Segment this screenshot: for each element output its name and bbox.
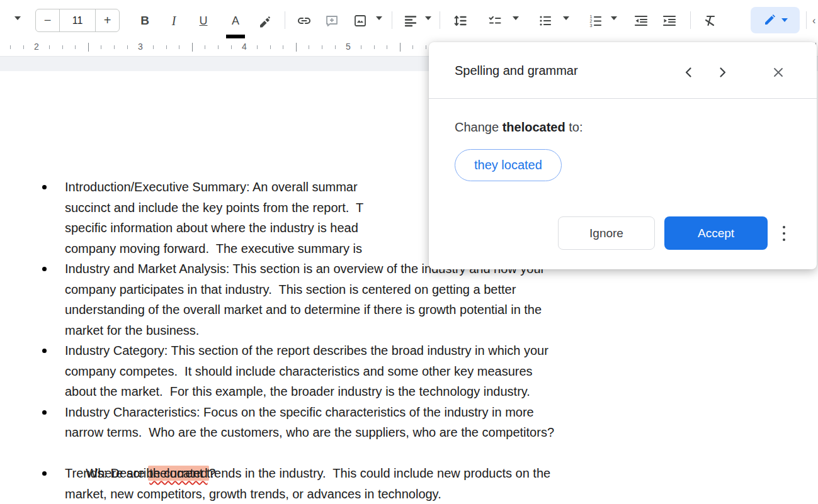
align-caret-icon[interactable] [425,16,431,20]
line-spacing-icon [453,13,468,28]
close-icon [771,65,785,79]
bulleted-list-button[interactable] [533,8,558,33]
change-prefix: Change [455,120,503,134]
checklist-button[interactable] [482,8,508,33]
image-icon [353,13,368,28]
link-icon [297,13,312,28]
add-comment-button[interactable] [319,8,344,33]
editing-mode-button[interactable] [751,7,800,33]
ignore-button[interactable]: Ignore [558,216,655,250]
collapse-toolbar-icon[interactable]: ‹ [812,15,815,26]
more-actions-button[interactable] [776,221,792,246]
checklist-icon [487,13,503,28]
bold-button[interactable]: B [132,8,157,33]
bulleted-list-icon [538,13,553,28]
dialog-title: Spelling and grammar [455,64,578,78]
doc-line: understanding of the overall market and … [65,300,695,320]
comment-plus-icon [324,13,339,28]
ruler-number: 2 [31,42,42,52]
toolbar-divider [806,11,807,29]
font-size-input[interactable]: 11 [59,9,96,31]
doc-line: market for the business. [65,320,695,341]
decrease-indent-button[interactable] [628,8,654,33]
italic-button[interactable]: I [161,8,186,33]
kebab-dot [783,238,785,241]
previous-suggestion-button[interactable] [679,63,698,82]
svg-text:3: 3 [590,23,593,28]
accept-button[interactable]: Accept [664,216,768,250]
more-options-caret-icon[interactable] [14,16,21,20]
toolbar-divider [392,11,392,29]
font-size-control: − 11 + [35,9,120,32]
close-dialog-button[interactable] [769,63,788,82]
underline-button[interactable]: U [191,8,216,33]
increase-indent-button[interactable] [657,8,682,33]
dialog-header: Spelling and grammar [429,42,817,99]
outdent-icon [633,13,649,28]
clear-formatting-icon [703,13,718,28]
app-window: − 11 + B I U A [0,0,818,504]
text-color-button[interactable]: A [223,8,248,33]
svg-text:1: 1 [590,14,593,19]
next-suggestion-button[interactable] [713,63,732,82]
numbered-list-caret-icon[interactable] [611,16,617,20]
clear-formatting-button[interactable] [698,8,723,33]
ruler-number: 3 [135,42,145,52]
highlighter-icon [258,14,271,28]
insert-image-caret-icon[interactable] [376,16,382,20]
ruler-number: 4 [239,42,249,52]
pencil-icon [763,13,776,27]
increase-font-size-button[interactable]: + [96,9,119,31]
highlight-color-button[interactable] [252,8,277,33]
doc-line: Trends: Describe current trends in the i… [65,463,695,484]
toolbar-divider [285,11,285,29]
change-suggestion-text: Change thelocated to: [455,120,582,135]
doc-line: narrow terms. Who are the customers, who… [65,422,695,443]
spelling-grammar-dialog: Spelling and grammar Change thelocated t… [429,42,817,269]
editing-mode-caret-icon [781,18,788,22]
doc-line-with-error: Where are thelocated? [65,443,695,464]
checklist-caret-icon[interactable] [513,16,519,20]
doc-line: Industry Characteristics: Focus on the s… [65,402,695,423]
line-spacing-button[interactable] [448,8,473,33]
doc-line: Industry Category: This section of the r… [65,340,695,361]
numbered-list-button[interactable]: 123 [583,8,608,33]
toolbar-divider [440,11,440,29]
insert-image-button[interactable] [348,8,373,33]
doc-line: about the market. For this example, the … [65,381,695,402]
bulleted-list-caret-icon[interactable] [563,16,569,20]
suggestion-chip[interactable]: they located [455,149,562,181]
text-color-swatch [226,35,245,38]
align-left-icon [404,14,418,28]
chevron-right-icon [715,65,729,79]
doc-line: market, new competitors, growth trends, … [65,484,695,504]
text-color-label: A [232,14,239,28]
decrease-font-size-button[interactable]: − [36,9,59,31]
change-suffix: to: [565,120,583,134]
svg-text:2: 2 [590,19,593,23]
misspelled-word-label: thelocated [503,120,565,134]
doc-line: company participates in that industry. T… [65,279,695,300]
doc-line: company competes. It should include char… [65,361,695,382]
kebab-dot [783,232,785,235]
ruler-number: 5 [343,42,353,52]
kebab-dot [783,226,785,228]
numbered-list-icon: 123 [588,13,603,28]
chevron-left-icon [682,65,696,79]
toolbar-divider [690,11,691,29]
insert-link-button[interactable] [292,8,317,33]
formatting-toolbar: − 11 + B I U A [0,0,818,39]
align-button[interactable] [398,8,423,33]
indent-icon [662,13,677,28]
